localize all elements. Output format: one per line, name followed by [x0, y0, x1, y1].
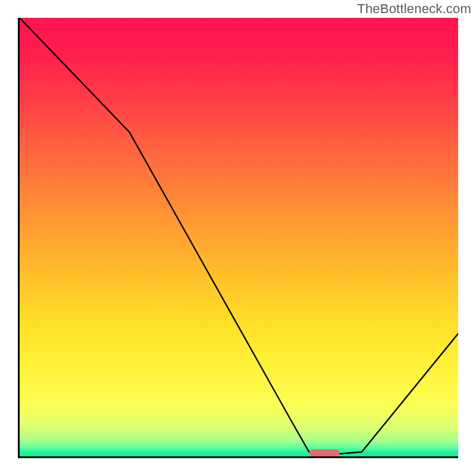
chart-overlay — [20, 18, 458, 456]
chart-container: TheBottleneck.com — [0, 0, 476, 476]
optimum-marker — [309, 449, 340, 456]
watermark-label: TheBottleneck.com — [357, 1, 471, 17]
curve-line — [20, 18, 458, 454]
plot-area — [18, 18, 458, 458]
